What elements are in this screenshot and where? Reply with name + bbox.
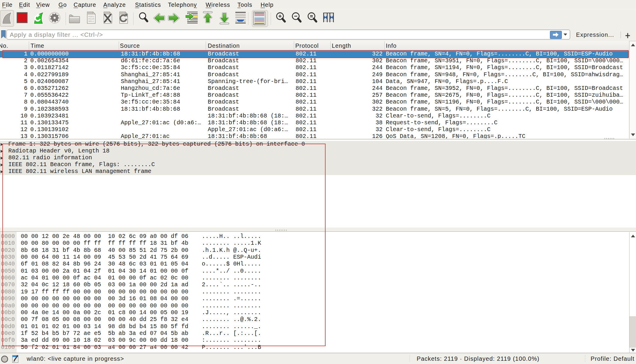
svg-text:0011: 0011 (88, 20, 94, 23)
